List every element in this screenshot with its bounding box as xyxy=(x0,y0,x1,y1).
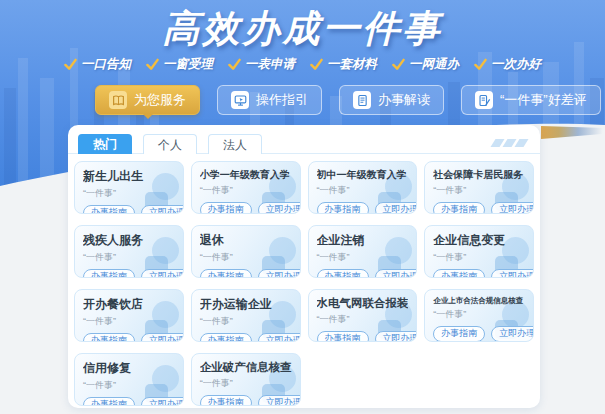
feature-item: 一窗受理 xyxy=(146,56,213,73)
service-card-subtitle: “一件事” xyxy=(200,315,292,328)
apply-button[interactable]: 立即办理 xyxy=(491,269,534,278)
apply-button[interactable]: 立即办理 xyxy=(258,333,301,342)
service-card-subtitle: “一件事” xyxy=(317,313,409,326)
service-card-actions: 办事指南 立即办理 xyxy=(83,397,175,406)
nav-feedback-button[interactable]: “一件事”好差评 xyxy=(461,85,601,115)
service-card-actions: 办事指南 立即办理 xyxy=(200,395,292,406)
service-card-subtitle: “一件事” xyxy=(433,184,525,197)
apply-button[interactable]: 立即办理 xyxy=(258,269,301,278)
page-title: 高效办成一件事 xyxy=(0,4,605,54)
feature-label: 一口告知 xyxy=(81,56,131,73)
nav-label: 办事解读 xyxy=(378,91,430,109)
service-card: 企业注销 “一件事” 办事指南 立即办理 xyxy=(308,225,418,278)
guide-button[interactable]: 办事指南 xyxy=(317,331,369,342)
check-icon xyxy=(228,58,241,71)
guide-button[interactable]: 办事指南 xyxy=(83,269,135,278)
feature-label: 一次办好 xyxy=(491,56,541,73)
guide-button[interactable]: 办事指南 xyxy=(200,202,252,214)
guide-button[interactable]: 办事指南 xyxy=(317,202,369,214)
apply-button[interactable]: 立即办理 xyxy=(375,331,418,342)
feature-item: 一次办好 xyxy=(474,56,541,73)
service-card-subtitle: “一件事” xyxy=(317,184,409,197)
service-card-subtitle: “一件事” xyxy=(83,187,175,200)
service-card-subtitle: “一件事” xyxy=(200,184,292,197)
services-panel: 热门 个人 法人 新生儿出生 “一件事” 办事指南 立即办理 小学一年级教育入学 xyxy=(68,125,540,408)
service-card: 退休 “一件事” 办事指南 立即办理 xyxy=(191,225,301,278)
service-card-actions: 办事指南 立即办理 xyxy=(317,269,409,278)
nav-operation-guide-button[interactable]: 操作指引 xyxy=(217,85,322,115)
service-card-title: 开办餐饮店 xyxy=(83,296,175,313)
service-card-actions: 办事指南 立即办理 xyxy=(200,202,292,214)
apply-button[interactable]: 立即办理 xyxy=(141,269,184,278)
service-card: 企业上市合法合规信息核查 “一件事” 办事指南 立即办理 xyxy=(424,289,534,342)
tab-legal-entity[interactable]: 法人 xyxy=(208,134,262,154)
service-card-actions: 办事指南 立即办理 xyxy=(433,202,525,214)
service-card-title: 企业破产信息核查 xyxy=(200,360,292,375)
check-icon xyxy=(392,58,405,71)
service-card: 初中一年级教育入学 “一件事” 办事指南 立即办理 xyxy=(308,161,418,214)
service-card-actions: 办事指南 立即办理 xyxy=(83,269,175,278)
service-card-title: 企业信息变更 xyxy=(433,232,525,249)
service-card-title: 退休 xyxy=(200,232,292,249)
service-card: 开办运输企业 “一件事” 办事指南 立即办理 xyxy=(191,289,301,342)
apply-button[interactable]: 立即办理 xyxy=(491,202,534,214)
service-card-grid: 新生儿出生 “一件事” 办事指南 立即办理 小学一年级教育入学 “一件事” 办事… xyxy=(68,154,540,413)
service-card-actions: 办事指南 立即办理 xyxy=(83,205,175,214)
check-icon xyxy=(310,58,323,71)
nav-service-interpretation-button[interactable]: 办事解读 xyxy=(339,85,444,115)
service-card-title: 初中一年级教育入学 xyxy=(317,168,409,182)
check-icon xyxy=(146,58,159,71)
service-card-subtitle: “一件事” xyxy=(83,315,175,328)
guide-button[interactable]: 办事指南 xyxy=(317,269,369,278)
apply-button[interactable]: 立即办理 xyxy=(375,202,418,214)
service-card-actions: 办事指南 立即办理 xyxy=(317,331,409,342)
service-card: 信用修复 “一件事” 办事指南 立即办理 xyxy=(74,353,184,406)
book-icon xyxy=(109,91,127,109)
guide-button[interactable]: 办事指南 xyxy=(433,269,485,278)
service-card-title: 开办运输企业 xyxy=(200,296,292,313)
guide-button[interactable]: 办事指南 xyxy=(200,269,252,278)
service-card-actions: 办事指南 立即办理 xyxy=(433,269,525,278)
service-card: 小学一年级教育入学 “一件事” 办事指南 立即办理 xyxy=(191,161,301,214)
feature-item: 一套材料 xyxy=(310,56,377,73)
service-card: 社会保障卡居民服务 “一件事” 办事指南 立即办理 xyxy=(424,161,534,214)
feature-label: 一表申请 xyxy=(245,56,295,73)
tab-hot[interactable]: 热门 xyxy=(78,134,132,154)
service-card-subtitle: “一件事” xyxy=(433,251,525,264)
service-card-title: 新生儿出生 xyxy=(83,168,175,185)
service-card-subtitle: “一件事” xyxy=(200,377,292,390)
guide-button[interactable]: 办事指南 xyxy=(200,333,252,342)
guide-button[interactable]: 办事指南 xyxy=(433,202,485,214)
service-card-subtitle: “一件事” xyxy=(200,251,292,264)
service-card: 企业信息变更 “一件事” 办事指南 立即办理 xyxy=(424,225,534,278)
apply-button[interactable]: 立即办理 xyxy=(258,395,301,406)
service-card-subtitle: “一件事” xyxy=(83,379,175,392)
apply-button[interactable]: 立即办理 xyxy=(141,333,184,342)
service-card-actions: 办事指南 立即办理 xyxy=(83,333,175,342)
service-card: 开办餐饮店 “一件事” 办事指南 立即办理 xyxy=(74,289,184,342)
nav-bar: 为您服务 操作指引 办事解读 “一件事”好差评 xyxy=(95,85,601,115)
guide-button[interactable]: 办事指南 xyxy=(433,326,485,342)
apply-button[interactable]: 立即办理 xyxy=(491,326,534,342)
apply-button[interactable]: 立即办理 xyxy=(375,269,418,278)
guide-button[interactable]: 办事指南 xyxy=(83,397,135,406)
nav-label: 操作指引 xyxy=(256,91,308,109)
guide-button[interactable]: 办事指南 xyxy=(83,333,135,342)
service-card: 残疾人服务 “一件事” 办事指南 立即办理 xyxy=(74,225,184,278)
service-card: 水电气网联合报装 “一件事” 办事指南 立即办理 xyxy=(308,289,418,342)
guide-button[interactable]: 办事指南 xyxy=(200,395,252,406)
service-card-actions: 办事指南 立即办理 xyxy=(200,333,292,342)
chevrons-decoration xyxy=(493,139,526,147)
apply-button[interactable]: 立即办理 xyxy=(258,202,301,214)
document-icon xyxy=(353,91,371,109)
feature-label: 一窗受理 xyxy=(163,56,213,73)
apply-button[interactable]: 立即办理 xyxy=(141,397,184,406)
guide-button[interactable]: 办事指南 xyxy=(83,205,135,214)
service-card-actions: 办事指南 立即办理 xyxy=(200,269,292,278)
pen-document-icon xyxy=(475,91,493,109)
apply-button[interactable]: 立即办理 xyxy=(141,205,184,214)
nav-serve-you-button[interactable]: 为您服务 xyxy=(95,85,200,115)
tab-personal[interactable]: 个人 xyxy=(143,134,197,154)
service-card-title: 企业注销 xyxy=(317,232,409,249)
service-card-actions: 办事指南 立即办理 xyxy=(433,326,525,342)
